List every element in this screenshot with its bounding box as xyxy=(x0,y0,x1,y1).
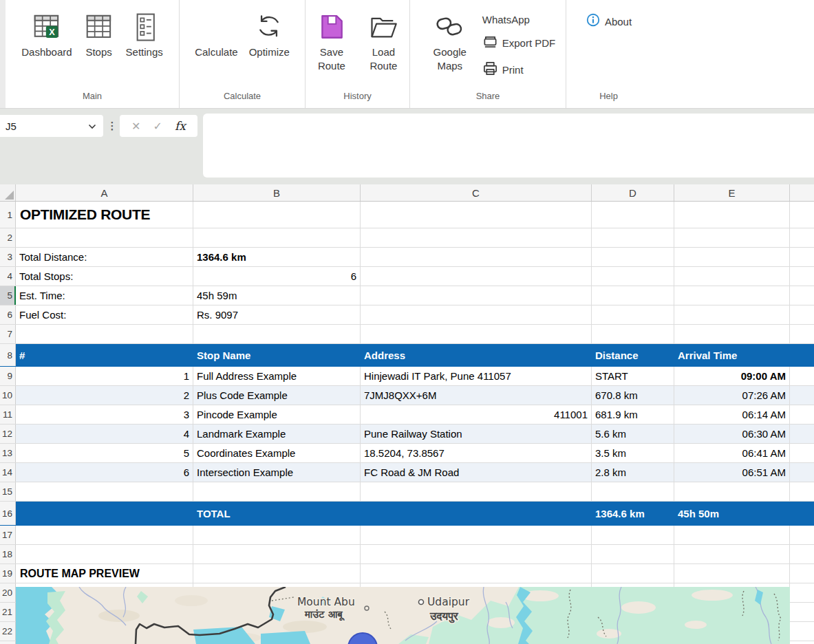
cell-E7[interactable] xyxy=(674,325,790,343)
cell-C10[interactable]: 7JMJ8QXX+6M xyxy=(361,386,592,405)
cell-E19[interactable] xyxy=(674,564,790,583)
cell-D11[interactable]: 681.9 km xyxy=(592,405,674,424)
load-route-button[interactable]: Load Route xyxy=(358,8,409,74)
cell-A17[interactable] xyxy=(16,526,193,544)
cell-E3[interactable] xyxy=(674,248,790,266)
cell-A5[interactable]: Est. Time: xyxy=(16,286,193,305)
confirm-entry-icon[interactable]: ✓ xyxy=(153,120,162,133)
cell-E2[interactable] xyxy=(674,228,790,247)
cell-D13[interactable]: 3.5 km xyxy=(592,444,674,462)
cell-F9[interactable] xyxy=(790,367,814,385)
cell-A3[interactable]: Total Distance: xyxy=(16,248,193,266)
cell-C9[interactable]: Hinjewadi IT Park, Pune 411057 xyxy=(361,367,592,385)
cell-B4[interactable]: 6 xyxy=(193,267,361,286)
row-header-22[interactable]: 22 xyxy=(0,622,16,641)
cell-A1[interactable]: OPTIMIZED ROUTE xyxy=(16,202,193,228)
cell-E4[interactable] xyxy=(674,267,790,286)
cell-D2[interactable] xyxy=(592,228,674,247)
insert-function-icon[interactable]: fx xyxy=(175,119,186,133)
cell-B5[interactable]: 45h 59m xyxy=(193,286,361,305)
calculate-button[interactable]: Calculate xyxy=(189,8,244,61)
name-box[interactable]: J5 xyxy=(0,115,103,137)
cell-E15[interactable] xyxy=(674,482,790,501)
cell-F11[interactable] xyxy=(790,405,814,424)
row-header-16[interactable]: 16 xyxy=(0,502,16,525)
cell-F5[interactable] xyxy=(790,286,814,305)
row-header-12[interactable]: 12 xyxy=(0,425,16,443)
row-header-11[interactable]: 11 xyxy=(0,405,16,424)
row-header-9[interactable]: 9 xyxy=(0,367,16,385)
about-button[interactable]: About xyxy=(586,12,632,30)
whatsapp-button[interactable]: WhatsApp xyxy=(482,14,530,25)
cell-A10[interactable]: 2 xyxy=(16,386,193,405)
cell-B7[interactable] xyxy=(193,325,361,343)
cell-F6[interactable] xyxy=(790,305,814,324)
cell-B14[interactable]: Intersection Example xyxy=(193,463,361,482)
cell-D4[interactable] xyxy=(592,267,674,286)
cell-F10[interactable] xyxy=(790,386,814,405)
cell-A16[interactable] xyxy=(16,502,193,525)
row-header-8[interactable]: 8 xyxy=(0,344,16,366)
cell-E13[interactable]: 06:41 AM xyxy=(674,444,790,462)
stops-button[interactable]: Stops xyxy=(78,8,120,61)
cell-C11[interactable]: 411001 xyxy=(361,405,592,424)
cell-E11[interactable]: 06:14 AM xyxy=(674,405,790,424)
cell-F17[interactable] xyxy=(790,526,814,544)
cell-C14[interactable]: FC Road & JM Road xyxy=(361,463,592,482)
select-all-button[interactable] xyxy=(0,184,16,201)
cell-C7[interactable] xyxy=(361,325,592,343)
cell-A11[interactable]: 3 xyxy=(16,405,193,424)
column-header-a[interactable]: A xyxy=(16,184,193,201)
cell-F15[interactable] xyxy=(790,482,814,501)
cell-B9[interactable]: Full Address Example xyxy=(193,367,361,385)
cell-E12[interactable]: 06:30 AM xyxy=(674,425,790,443)
export-pdf-button[interactable]: Export PDF xyxy=(482,34,556,52)
row-header-10[interactable]: 10 xyxy=(0,386,16,405)
row-header-19[interactable]: 19 xyxy=(0,564,16,583)
cell-C6[interactable] xyxy=(361,305,592,324)
row-header-6[interactable]: 6 xyxy=(0,305,16,324)
row-header-14[interactable]: 14 xyxy=(0,463,16,482)
cell-E16[interactable]: 45h 50m xyxy=(674,502,790,525)
route-map-preview-image[interactable]: Mount Abu माउंट आबू Udaipur उदयपुर xyxy=(16,587,790,644)
cell-C5[interactable] xyxy=(361,286,592,305)
cell-E5[interactable] xyxy=(674,286,790,305)
cell-B2[interactable] xyxy=(193,228,361,247)
row-header-15[interactable]: 15 xyxy=(0,482,16,501)
row-header-2[interactable]: 2 xyxy=(0,228,16,247)
cell-D14[interactable]: 2.8 km xyxy=(592,463,674,482)
cell-D8[interactable]: Distance xyxy=(592,344,674,366)
save-route-button[interactable]: Save Route xyxy=(306,8,358,74)
cell-C3[interactable] xyxy=(361,248,592,266)
cell-A15[interactable] xyxy=(16,482,193,501)
cell-B13[interactable]: Coordinates Example xyxy=(193,444,361,462)
cell-D9[interactable]: START xyxy=(592,367,674,385)
cell-F19[interactable] xyxy=(790,564,814,583)
cell-A14[interactable]: 6 xyxy=(16,463,193,482)
cell-F18[interactable] xyxy=(790,545,814,564)
cell-A9[interactable]: 1 xyxy=(16,367,193,385)
cell-D7[interactable] xyxy=(592,325,674,343)
cell-E18[interactable] xyxy=(674,545,790,564)
cell-D1[interactable] xyxy=(592,202,674,228)
cell-A8[interactable]: # xyxy=(16,344,193,366)
print-button[interactable]: Print xyxy=(482,61,524,79)
cell-C4[interactable] xyxy=(361,267,592,286)
row-header-3[interactable]: 3 xyxy=(0,248,16,266)
cell-B6[interactable]: Rs. 9097 xyxy=(193,305,361,324)
row-header-17[interactable]: 17 xyxy=(0,526,16,544)
column-header-b[interactable]: B xyxy=(193,184,361,201)
cell-B10[interactable]: Plus Code Example xyxy=(193,386,361,405)
cell-D6[interactable] xyxy=(592,305,674,324)
cell-F16[interactable] xyxy=(790,502,814,525)
cell-F12[interactable] xyxy=(790,425,814,443)
chevron-down-icon[interactable] xyxy=(88,120,96,132)
cell-C16[interactable] xyxy=(361,502,592,525)
cell-E10[interactable]: 07:26 AM xyxy=(674,386,790,405)
cell-F8[interactable] xyxy=(790,344,814,366)
optimize-button[interactable]: Optimize xyxy=(244,8,295,61)
row-header-23[interactable] xyxy=(0,641,16,644)
cell-B17[interactable] xyxy=(193,526,361,544)
column-header-c[interactable]: C xyxy=(361,184,592,201)
column-header-f[interactable] xyxy=(790,184,814,201)
